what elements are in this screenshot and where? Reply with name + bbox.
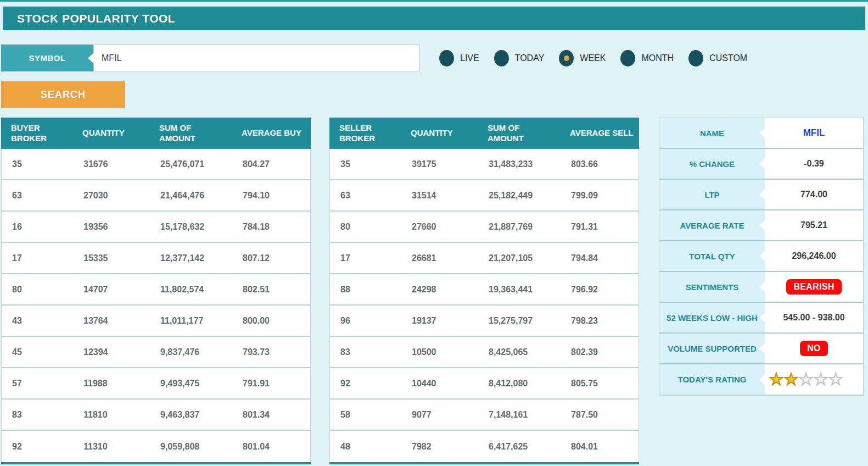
summary-row: VOLUME SUPPORTEDNO [659,334,863,364]
cell-col3: 31,483,233 [478,159,561,169]
seller-table-row: 5890777,148,161787.50 [330,400,639,431]
cell-col1: 83 [2,410,73,420]
cell-col1: 35 [330,159,401,169]
cell-col4: 800.00 [232,316,310,326]
cell-col1: 57 [2,379,73,389]
radio-icon[interactable] [439,50,454,66]
cell-col3: 9,463,837 [150,410,232,420]
summary-label: 52 WEEKS LOW - HIGH [659,303,765,332]
cell-col3: 8,412,080 [478,379,561,389]
buyer-table-row: 57119889,493,475791.91 [2,368,310,400]
summary-value: BEARISH [765,272,863,302]
cell-col3: 6,417,625 [478,442,561,452]
filter-today[interactable]: TODAY [494,50,545,66]
radio-dot [625,56,631,61]
filter-label: TODAY [515,53,545,63]
cell-col2: 11310 [73,442,150,452]
summary-value: 545.00 - 938.00 [765,303,863,332]
cell-col4: 799.09 [561,191,639,201]
cell-col1: 80 [2,285,73,295]
cell-col1: 92 [330,379,401,389]
summary-value-text: 545.00 - 938.00 [783,313,844,323]
filter-label: WEEK [580,53,606,63]
buyer-table-row: 632703021,464,476794.10 [2,180,310,212]
summary-value: ★★★★★ [765,364,863,395]
summary-label: LTP [659,180,765,209]
star-empty-icon: ★ [828,371,843,387]
cell-col2: 27660 [401,222,478,232]
summary-value: 296,246.00 [765,241,863,271]
radio-icon[interactable] [494,50,509,66]
cell-col1: 16 [2,222,73,232]
cell-col1: 96 [330,316,401,326]
summary-label: NAME [659,118,765,148]
cell-col3: 25,182,449 [478,191,561,201]
cell-col3: 19,363,441 [478,285,561,295]
seller-table-row: 172668121,207,105794.84 [330,243,639,274]
summary-value-text: 774.00 [800,190,827,199]
time-filter-group: LIVETODAYWEEKMONTHCUSTOM [439,45,747,71]
cell-col3: 11,011,177 [150,316,232,326]
summary-value: MFIL [765,118,863,148]
cell-col1: 17 [2,253,73,263]
summary-value: -0.39 [765,149,863,179]
cell-col1: 83 [330,347,401,357]
search-button[interactable]: SEARCH [1,81,125,108]
radio-icon[interactable] [559,50,574,66]
cell-col2: 24298 [401,285,478,295]
filter-week[interactable]: WEEK [559,50,606,66]
seller-table-row: 92104408,412,080805.75 [330,368,639,400]
cell-col1: 63 [2,191,73,201]
summary-row: 52 WEEKS LOW - HIGH545.00 - 938.00 [659,303,863,334]
symbol-field: SYMBOL [1,45,420,71]
summary-value-text: -0.39 [804,159,824,169]
buyer-table-rows: 353167625,476,071804.27632703021,464,476… [1,149,311,462]
buyer-table-row: 431376411,011,177800.00 [2,306,310,337]
cell-col2: 13764 [73,316,150,326]
summary-value-text: 795.21 [800,220,827,230]
cell-col1: 35 [2,159,73,169]
symbol-input[interactable] [93,45,420,71]
buyer-table-row: 801470711,802,574802.51 [2,274,310,306]
cell-col2: 12394 [73,347,150,357]
cell-col1: 80 [330,222,401,232]
buyer-table-row: 92113109,059,808801.04 [2,431,310,462]
filter-custom[interactable]: CUSTOM [688,50,747,66]
cell-col4: 791.31 [561,222,639,232]
cell-col3: 9,493,475 [150,379,232,389]
cell-col1: 43 [2,316,73,326]
summary-value-link[interactable]: MFIL [803,127,825,138]
seller-table-row: 353917531,483,233803.66 [330,149,639,180]
star-filled-icon: ★ [769,371,784,387]
summary-value: 774.00 [765,180,863,209]
cell-col2: 11988 [73,379,150,389]
radio-icon[interactable] [620,50,635,66]
summary-row: NAMEMFIL [659,118,863,149]
radio-dot [564,56,569,61]
filter-label: LIVE [460,53,479,63]
radio-dot [499,56,504,61]
cell-col3: 12,377,142 [150,253,232,263]
summary-row: TOTAL QTY296,246.00 [659,241,863,272]
cell-col4: 787.50 [561,410,639,420]
summary-label: AVERAGE RATE [659,210,765,240]
summary-value-text: 296,246.00 [792,251,836,261]
seller-table-row: 882429819,363,441796.92 [330,274,639,306]
buyer-table-row: 83118109,463,837801.34 [2,400,310,431]
buyer-table-row: 171533512,377,142807.12 [2,243,310,274]
star-filled-icon: ★ [784,371,799,387]
cell-col1: 63 [330,191,401,201]
seller-table-row: 802766021,887,769791.31 [330,212,639,243]
cell-col3: 21,887,769 [478,222,561,232]
filter-month[interactable]: MONTH [620,50,674,66]
summary-label: VOLUME SUPPORTED [659,334,765,363]
cell-col1: 45 [2,347,73,357]
filter-label: MONTH [641,53,674,63]
radio-icon[interactable] [688,50,703,66]
app-header: STOCK POPULARITY TOOL [3,7,865,30]
filter-live[interactable]: LIVE [439,50,479,66]
cell-col4: 805.75 [561,379,639,389]
cell-col3: 21,464,476 [150,191,232,201]
status-badge: BEARISH [786,279,841,295]
cell-col1: 58 [330,410,401,420]
